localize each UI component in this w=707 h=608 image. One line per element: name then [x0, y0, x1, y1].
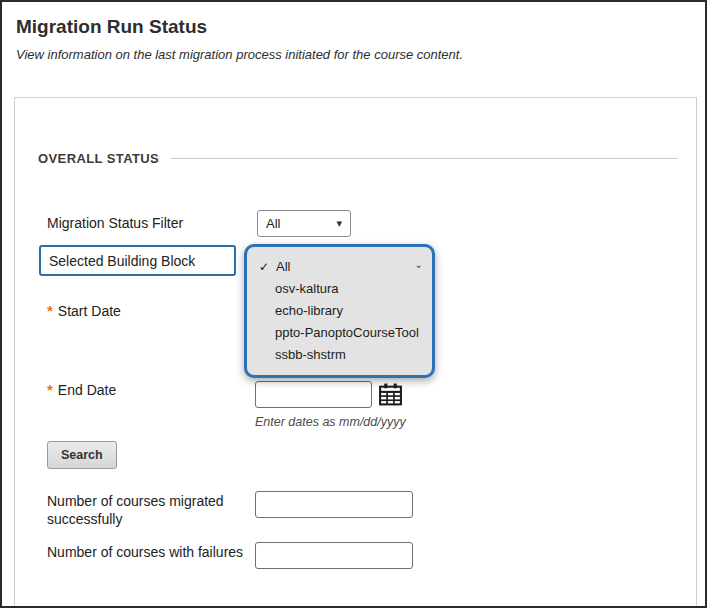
migrated-successfully-input[interactable] — [255, 491, 413, 518]
page-title: Migration Run Status — [16, 16, 207, 38]
date-format-hint: Enter dates as mm/dd/yyyy — [255, 415, 406, 429]
migrated-successfully-label: Number of courses migrated successfully — [47, 492, 252, 528]
dropdown-option-label: All — [276, 259, 290, 275]
calendar-icon — [378, 382, 403, 407]
start-date-label: Start Date — [58, 303, 121, 319]
end-date-label: End Date — [58, 382, 116, 398]
migration-status-filter-label: Migration Status Filter — [47, 215, 183, 231]
page-subtitle: View information on the last migration p… — [16, 47, 463, 62]
required-icon: * — [47, 303, 53, 319]
section-heading: OVERALL STATUS — [38, 151, 159, 166]
required-icon: * — [47, 382, 53, 398]
dropdown-option-echo-library[interactable]: echo-library — [247, 300, 432, 322]
migration-run-status-page: Migration Run Status View information on… — [0, 0, 707, 608]
section-divider — [171, 158, 678, 159]
dropdown-option-all[interactable]: ✓ All — [247, 256, 432, 278]
end-date-row: * End Date — [47, 382, 116, 398]
dropdown-option-ssbb-shstrm[interactable]: ssbb-shstrm — [247, 344, 432, 366]
selected-building-block-label[interactable]: Selected Building Block — [39, 245, 236, 276]
search-button[interactable]: Search — [47, 441, 117, 469]
start-date-row: * Start Date — [47, 303, 121, 319]
dropdown-option-ppto-panopto[interactable]: ppto-PanoptoCourseTool — [247, 322, 432, 344]
migration-status-filter-select[interactable]: All ▾ — [257, 210, 351, 237]
failures-input[interactable] — [255, 542, 413, 569]
chevron-down-icon: ▾ — [336, 217, 342, 230]
chevron-down-icon: ⌄ — [415, 259, 423, 270]
selected-building-block-label-text: Selected Building Block — [49, 253, 195, 269]
checkmark-icon: ✓ — [259, 259, 273, 275]
dropdown-option-osv-kaltura[interactable]: osv-kaltura — [247, 278, 432, 300]
calendar-button[interactable] — [377, 381, 404, 408]
end-date-input[interactable] — [255, 381, 372, 408]
migration-status-filter-value: All — [266, 216, 280, 231]
building-block-dropdown: ⌄ ✓ All osv-kaltura echo-library ppto-Pa… — [244, 244, 435, 378]
section-header: OVERALL STATUS — [38, 151, 678, 166]
